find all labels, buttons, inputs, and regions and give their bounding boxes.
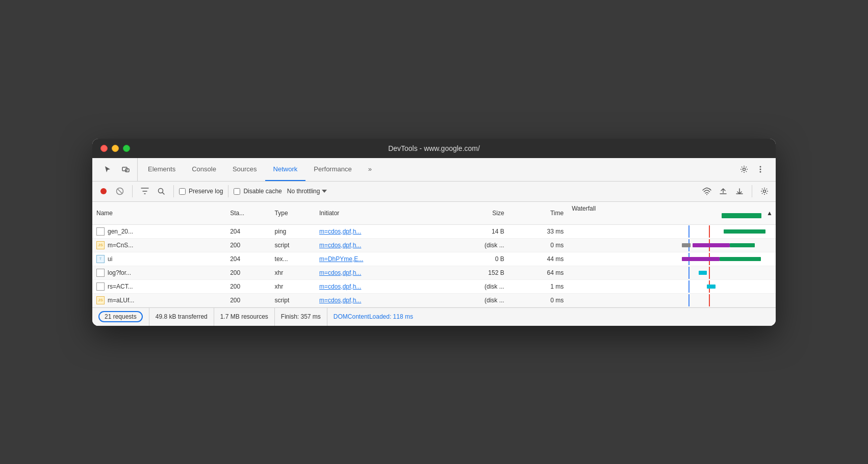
tabs-right-icons: [733, 162, 772, 176]
waterfall-bar: [707, 285, 715, 289]
waterfall-blue-line: [688, 225, 690, 238]
device-mode-icon[interactable]: [119, 162, 133, 176]
waterfall-bar: [682, 243, 690, 247]
settings-icon[interactable]: [737, 162, 751, 176]
row-checkbox: [96, 282, 105, 291]
waterfall-blue-line: [688, 280, 690, 293]
cell-initiator[interactable]: m=cdos,dpf,h...: [315, 224, 449, 238]
cell-size: 14 B: [449, 224, 508, 238]
search-button[interactable]: [154, 184, 168, 198]
status-bar: 21 requests 49.8 kB transferred 1.7 MB r…: [92, 307, 776, 326]
cell-status: 204: [226, 224, 270, 238]
table-row[interactable]: JSm=aLUf...200scriptm=cdos,dpf,h...(disk…: [92, 293, 776, 307]
tab-elements[interactable]: Elements: [140, 158, 184, 181]
col-name[interactable]: Name: [92, 202, 226, 225]
cell-name: log?for...: [92, 266, 226, 279]
preserve-log-label[interactable]: Preserve log: [179, 188, 223, 195]
network-toolbar: Preserve log Disable cache No throttling: [92, 182, 776, 202]
cell-status: 200: [226, 293, 270, 307]
table-row[interactable]: JSm=CnS...200scriptm=cdos,dpf,h...(disk …: [92, 238, 776, 252]
record-button[interactable]: [96, 184, 111, 198]
tabs-list: Elements Console Sources Network Perform…: [140, 158, 733, 181]
tab-network[interactable]: Network: [265, 158, 306, 181]
table-row[interactable]: rs=ACT...200xhrm=cdos,dpf,h...(disk ...1…: [92, 279, 776, 293]
tab-console[interactable]: Console: [184, 158, 224, 181]
network-conditions-icon[interactable]: [700, 184, 714, 198]
cell-waterfall: [568, 238, 776, 252]
cell-time: 0 ms: [508, 293, 568, 307]
col-time[interactable]: Time: [508, 202, 568, 225]
devtools-body: Elements Console Sources Network Perform…: [92, 158, 776, 326]
window-title: DevTools - www.google.com/: [388, 144, 480, 152]
svg-point-2: [743, 168, 746, 171]
svg-point-4: [760, 169, 761, 170]
cell-size: (disk ...: [449, 279, 508, 293]
cell-size: (disk ...: [449, 293, 508, 307]
waterfall-red-line: [709, 294, 710, 306]
cell-initiator[interactable]: m=cdos,dpf,h...: [315, 266, 449, 279]
table-row[interactable]: log?for...200xhrm=cdos,dpf,h...152 B64 m…: [92, 266, 776, 279]
toolbar-sep-2: [173, 185, 174, 197]
filter-button[interactable]: [138, 184, 152, 198]
network-table-container: Name Sta... Type Initiator Size: [92, 202, 776, 307]
disable-cache-checkbox[interactable]: [234, 188, 240, 195]
table-row[interactable]: Tui204tex...m=DhPYme,E...0 B44 ms: [92, 252, 776, 266]
clear-button[interactable]: [113, 184, 127, 198]
preserve-log-checkbox[interactable]: [179, 188, 186, 195]
throttling-dropdown[interactable]: No throttling: [284, 187, 330, 196]
waterfall-bar: [724, 229, 765, 234]
cell-time: 0 ms: [508, 238, 568, 252]
svg-point-13: [763, 190, 766, 193]
waterfall-header-bar: [722, 213, 761, 218]
waterfall-red-line: [709, 225, 710, 238]
table-row[interactable]: gen_20...204pingm=cdos,dpf,h...14 B33 ms: [92, 224, 776, 238]
cell-initiator[interactable]: m=DhPYme,E...: [315, 252, 449, 266]
cell-type: xhr: [271, 279, 315, 293]
js-file-icon: JS: [96, 241, 105, 249]
tab-performance[interactable]: Performance: [305, 158, 360, 181]
row-checkbox: [96, 269, 105, 277]
export-button[interactable]: [732, 184, 747, 198]
network-settings-icon[interactable]: [757, 184, 772, 198]
cell-status: 200: [226, 238, 270, 252]
cell-name: rs=ACT...: [92, 279, 226, 293]
minimize-button[interactable]: [112, 145, 119, 152]
col-size[interactable]: Size: [449, 202, 508, 225]
waterfall-bar: [693, 243, 730, 247]
network-table: Name Sta... Type Initiator Size: [92, 202, 776, 307]
waterfall-blue-line: [688, 294, 690, 306]
row-checkbox: [96, 227, 105, 236]
cell-status: 200: [226, 279, 270, 293]
cell-type: script: [271, 293, 315, 307]
waterfall-red-line: [709, 267, 710, 279]
transferred-size: 49.8 kB transferred: [149, 308, 214, 326]
col-type[interactable]: Type: [271, 202, 315, 225]
waterfall-bar: [720, 257, 761, 261]
js-file-icon: JS: [96, 296, 105, 304]
tab-more[interactable]: »: [360, 158, 380, 181]
cell-type: tex...: [271, 252, 315, 266]
cell-waterfall: [568, 293, 776, 307]
cell-name: JSm=aLUf...: [92, 293, 226, 307]
import-button[interactable]: [716, 184, 730, 198]
cell-waterfall: [568, 224, 776, 238]
cell-waterfall: [568, 266, 776, 279]
disable-cache-label[interactable]: Disable cache: [234, 188, 282, 195]
cell-initiator[interactable]: m=cdos,dpf,h...: [315, 238, 449, 252]
cell-initiator[interactable]: m=cdos,dpf,h...: [315, 279, 449, 293]
cursor-icon[interactable]: [100, 162, 115, 176]
col-waterfall[interactable]: Waterfall ▲: [568, 202, 776, 225]
maximize-button[interactable]: [123, 145, 130, 152]
cell-initiator[interactable]: m=cdos,dpf,h...: [315, 293, 449, 307]
tab-sources[interactable]: Sources: [224, 158, 265, 181]
col-status[interactable]: Sta...: [226, 202, 270, 225]
more-options-icon[interactable]: [753, 162, 768, 176]
cell-type: xhr: [271, 266, 315, 279]
toolbar-sep-1: [132, 185, 133, 197]
cell-type: ping: [271, 224, 315, 238]
col-initiator[interactable]: Initiator: [315, 202, 449, 225]
cell-name: JSm=CnS...: [92, 238, 226, 252]
close-button[interactable]: [100, 145, 108, 152]
devtools-window: DevTools - www.google.com/: [92, 139, 776, 326]
waterfall-bar: [699, 271, 707, 275]
